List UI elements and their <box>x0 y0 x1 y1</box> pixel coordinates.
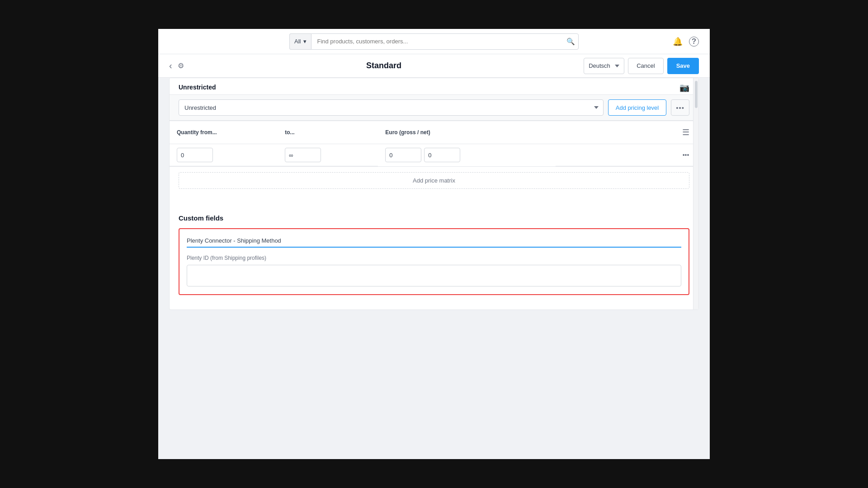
row-more-button[interactable]: ••• <box>681 150 691 160</box>
section-title: Unrestricted <box>179 84 216 91</box>
search-area: All ▾ 🔍 <box>289 33 579 50</box>
main-content: 📷 Unrestricted Unrestricted Add pricing … <box>158 78 710 328</box>
custom-field-value-textarea[interactable] <box>187 265 681 286</box>
more-dots-icon: ••• <box>676 104 684 112</box>
pricing-section-header: Unrestricted <box>170 78 698 94</box>
dropdown-chevron-icon: ▾ <box>303 38 307 45</box>
col-header-qty-from: Quantity from... <box>170 121 278 144</box>
scrollbar-thumb <box>695 81 698 108</box>
table-row: ••• <box>170 144 698 166</box>
cancel-button[interactable]: Cancel <box>628 58 663 74</box>
qty-to-cell <box>278 144 378 166</box>
global-search-input[interactable] <box>311 33 579 50</box>
qty-to-input[interactable] <box>285 148 321 162</box>
bottom-spacer <box>158 310 710 328</box>
pricing-level-dropdown[interactable]: Unrestricted <box>179 99 604 116</box>
all-label: All <box>294 38 301 45</box>
col-header-qty-to: to... <box>278 121 378 144</box>
gear-icon: ⚙ <box>178 61 184 70</box>
search-category-dropdown[interactable]: All ▾ <box>289 33 311 50</box>
custom-fields-section: Custom fields Plenty ID (from Shipping p… <box>179 214 689 310</box>
settings-button[interactable]: ⚙ <box>178 61 184 70</box>
page-title: Standard <box>189 61 578 70</box>
back-button[interactable]: ‹ <box>169 61 172 71</box>
col-header-price: Euro (gross / net) <box>378 121 556 144</box>
topbar-icons: 🔔 ? <box>673 37 699 47</box>
add-price-matrix-row: Add price matrix <box>170 166 698 194</box>
sub-header: ‹ ⚙ Standard Deutsch English Français Ca… <box>158 54 710 78</box>
image-preview-icon[interactable]: 📷 <box>679 83 689 93</box>
custom-field-card: Plenty ID (from Shipping profiles) <box>179 228 689 295</box>
custom-field-name-input[interactable] <box>187 235 681 248</box>
bell-icon: 🔔 <box>673 37 683 47</box>
qty-from-cell <box>170 144 278 166</box>
language-selector[interactable]: Deutsch English Français <box>584 58 624 74</box>
search-submit-icon[interactable]: 🔍 <box>562 33 579 50</box>
back-arrow-icon: ‹ <box>169 61 172 71</box>
save-button[interactable]: Save <box>667 58 699 74</box>
help-button[interactable]: ? <box>689 37 699 47</box>
qty-from-input[interactable] <box>177 148 213 162</box>
notifications-button[interactable]: 🔔 <box>673 37 683 47</box>
add-price-matrix-button[interactable]: Add price matrix <box>179 172 689 189</box>
table-settings-icon[interactable]: ☰ <box>680 126 691 139</box>
price-table: Quantity from... to... Euro (gross / net… <box>170 121 698 166</box>
col-header-empty <box>556 121 673 144</box>
price-cell <box>378 144 556 166</box>
image-icon: 📷 <box>679 83 689 92</box>
scrollbar-track[interactable] <box>693 78 698 310</box>
header-actions: Deutsch English Français Cancel Save <box>584 58 699 74</box>
add-pricing-level-button[interactable]: Add pricing level <box>608 99 666 116</box>
pricing-more-options-button[interactable]: ••• <box>671 99 689 116</box>
magnifier-icon: 🔍 <box>566 38 575 46</box>
empty-cell <box>556 144 673 166</box>
card-bottom-spacer <box>179 295 689 302</box>
net-price-input[interactable] <box>424 148 460 162</box>
custom-fields-title: Custom fields <box>179 214 689 222</box>
gross-price-input[interactable] <box>385 148 421 162</box>
top-navigation-bar: All ▾ 🔍 🔔 ? <box>158 29 710 54</box>
custom-field-label: Plenty ID (from Shipping profiles) <box>187 255 681 261</box>
spacer <box>170 194 698 205</box>
help-icon: ? <box>689 37 699 47</box>
pricing-level-row: Unrestricted Add pricing level ••• <box>170 94 698 121</box>
